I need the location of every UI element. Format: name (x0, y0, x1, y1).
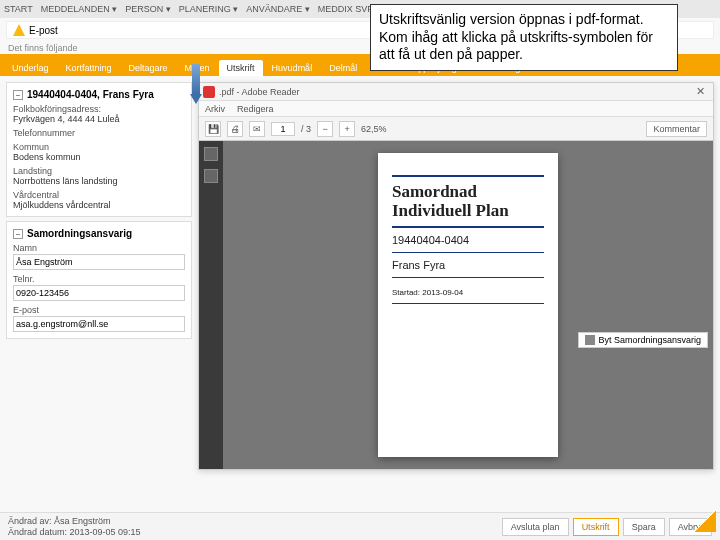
epost-input[interactable] (13, 316, 185, 332)
nav-medd[interactable]: MEDDELANDEN ▾ (41, 4, 118, 14)
landsting-value: Norrbottens läns landsting (13, 176, 185, 186)
instruction-tooltip: Utskriftsvänlig version öppnas i pdf-for… (370, 4, 678, 71)
page-curl-icon (694, 510, 716, 532)
tab-utskrift[interactable]: Utskrift (219, 60, 263, 76)
pdf-document-page: Samordnad Individuell Plan 19440404-0404… (378, 153, 558, 457)
telnr-input[interactable] (13, 285, 185, 301)
warning-title: E-post (29, 25, 58, 36)
arrow-pointer-icon (190, 64, 202, 104)
nav-person[interactable]: PERSON ▾ (125, 4, 171, 14)
pdf-menubar: Arkiv Redigera (199, 101, 713, 117)
pdf-toolbar: 💾 🖨 ✉ / 3 − + 62,5% Kommentar (199, 117, 713, 141)
pdf-viewer: .pdf - Adobe Reader ✕ Arkiv Redigera 💾 🖨… (198, 82, 714, 470)
epost-label: E-post (13, 305, 185, 315)
vc-label: Vårdcentral (13, 190, 185, 200)
tab-underlag[interactable]: Underlag (4, 60, 57, 76)
footer-meta: Ändrad av: Åsa Engström Ändrad datum: 20… (8, 516, 141, 538)
tab-deltagare[interactable]: Deltagare (121, 60, 176, 76)
person-header: 19440404-0404, Frans Fyra (27, 89, 154, 100)
pdf-titlebar: .pdf - Adobe Reader ✕ (199, 83, 713, 101)
nav-start[interactable]: START (4, 4, 33, 14)
addr-label: Folkbokföringsadress: (13, 104, 185, 114)
page-total: / 3 (301, 124, 311, 134)
telnr-label: Telnr. (13, 274, 185, 284)
nav-anv[interactable]: ANVÄNDARE ▾ (246, 4, 310, 14)
pdf-body: Samordnad Individuell Plan 19440404-0404… (199, 141, 713, 469)
vc-value: Mjölkuddens vårdcentral (13, 200, 185, 210)
doc-name: Frans Fyra (392, 259, 544, 271)
save-icon[interactable]: 💾 (205, 121, 221, 137)
person-card: –19440404-0404, Frans Fyra Folkbokföring… (6, 82, 192, 217)
zoom-value: 62,5% (361, 124, 387, 134)
collapse-icon[interactable]: – (13, 229, 23, 239)
comment-button[interactable]: Kommentar (646, 121, 707, 137)
attachments-icon[interactable] (204, 169, 218, 183)
print-icon[interactable]: 🖨 (227, 121, 243, 137)
addr-value: Fyrkvägen 4, 444 44 Luleå (13, 114, 185, 124)
collapse-icon[interactable]: – (13, 90, 23, 100)
tab-huvudmal[interactable]: Huvudmål (264, 60, 321, 76)
doc-started: Startad: 2013-09-04 (392, 288, 544, 297)
landsting-label: Landsting (13, 166, 185, 176)
warning-icon (13, 24, 25, 36)
pdf-menu-redigera[interactable]: Redigera (237, 104, 274, 114)
mail-icon[interactable]: ✉ (249, 121, 265, 137)
nav-meddix[interactable]: MEDDIX SVP (318, 4, 374, 14)
samord-card: –Samordningsansvarig Namn Telnr. E-post (6, 221, 192, 339)
doc-title: Samordnad Individuell Plan (392, 183, 544, 220)
tel-label: Telefonnummer (13, 128, 185, 138)
zoom-in-icon[interactable]: + (339, 121, 355, 137)
print-button[interactable]: Utskrift (573, 518, 619, 536)
tab-kortfattning[interactable]: Kortfattning (58, 60, 120, 76)
footer-bar: Ändrad av: Åsa Engström Ändrad datum: 20… (0, 512, 720, 540)
change-coordinator-button[interactable]: Byt Samordningsansvarig (578, 332, 708, 348)
thumbnails-icon[interactable] (204, 147, 218, 161)
samord-header: Samordningsansvarig (27, 228, 132, 239)
pdf-page-area[interactable]: Samordnad Individuell Plan 19440404-0404… (223, 141, 713, 469)
change-coordinator-label: Byt Samordningsansvarig (598, 335, 701, 345)
tab-delmal[interactable]: Delmål (321, 60, 365, 76)
kommun-label: Kommun (13, 142, 185, 152)
left-sidebar: –19440404-0404, Frans Fyra Folkbokföring… (6, 82, 192, 470)
pdf-menu-arkiv[interactable]: Arkiv (205, 104, 225, 114)
page-current-input[interactable] (271, 122, 295, 136)
save-button[interactable]: Spara (623, 518, 665, 536)
pdf-title-text: .pdf - Adobe Reader (219, 87, 300, 97)
pdf-sidebar (199, 141, 223, 469)
doc-pnr: 19440404-0404 (392, 234, 544, 246)
nav-plan[interactable]: PLANERING ▾ (179, 4, 239, 14)
zoom-out-icon[interactable]: − (317, 121, 333, 137)
person-icon (585, 335, 595, 345)
namn-label: Namn (13, 243, 185, 253)
kommun-value: Bodens kommun (13, 152, 185, 162)
close-icon[interactable]: ✕ (692, 85, 709, 98)
pdf-icon (203, 86, 215, 98)
namn-input[interactable] (13, 254, 185, 270)
close-plan-button[interactable]: Avsluta plan (502, 518, 569, 536)
